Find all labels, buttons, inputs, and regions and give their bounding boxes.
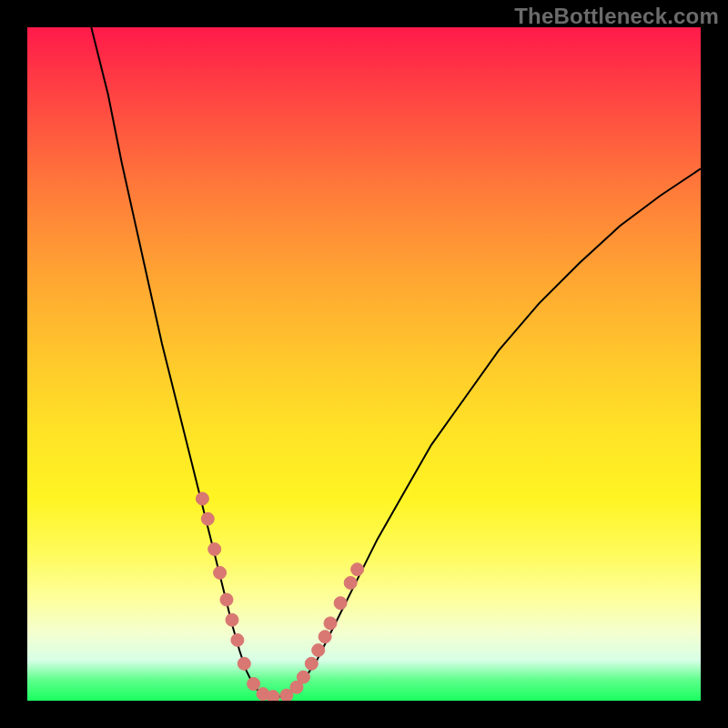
highlight-dot: [318, 631, 331, 643]
highlight-dot: [196, 492, 208, 505]
highlight-dot: [220, 593, 233, 606]
highlight-dot: [248, 678, 260, 691]
highlight-dot: [344, 577, 357, 590]
highlight-dot: [214, 566, 227, 579]
plot-area: [27, 27, 701, 701]
bottleneck-curve: [91, 27, 701, 697]
highlight-dot: [305, 657, 318, 670]
highlight-dot: [208, 543, 221, 556]
chart-svg: [27, 27, 701, 701]
watermark-text: TheBottleneck.com: [514, 4, 719, 29]
highlight-dot: [201, 512, 214, 525]
highlight-dots: [196, 492, 363, 701]
highlight-dot: [231, 633, 244, 646]
highlight-dot: [297, 671, 309, 683]
highlight-dot: [334, 597, 347, 610]
highlight-dot: [312, 644, 325, 657]
highlight-dot: [351, 563, 364, 576]
highlight-dot: [267, 691, 279, 701]
chart-frame: TheBottleneck.com: [0, 0, 728, 728]
highlight-dot: [324, 617, 337, 630]
highlight-dot: [226, 613, 238, 626]
highlight-dot: [238, 657, 250, 670]
